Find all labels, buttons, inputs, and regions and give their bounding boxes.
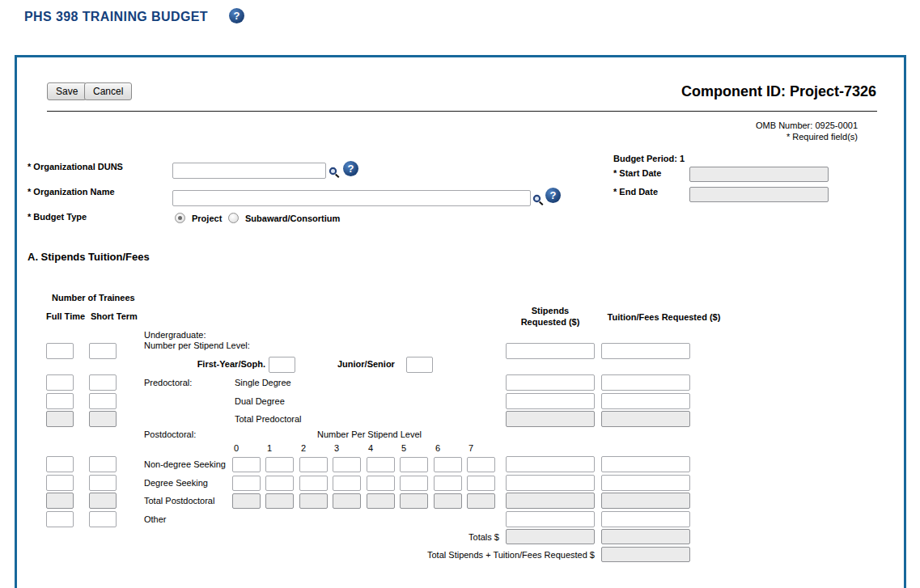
nondegree-level-3-input[interactable] [333,457,361,472]
cancel-button[interactable]: Cancel [84,82,132,100]
end-date-label: * End Date [613,187,658,197]
nondegree-level-4-input[interactable] [367,457,395,472]
total-postdoc-level-4-input [367,493,395,509]
short-term-header: Short Term [91,311,138,321]
degree-level-7-input[interactable] [467,476,495,491]
search-icon[interactable] [329,167,341,179]
degree-level-4-input[interactable] [367,476,395,491]
degree-level-0-input[interactable] [232,476,261,491]
other-tuition-input[interactable] [601,511,690,527]
org-name-input[interactable] [172,190,531,206]
junior-senior-input[interactable] [406,357,433,373]
start-date-input [689,167,829,182]
stipend-level-4: 4 [368,443,373,453]
help-icon[interactable]: ? [545,188,561,203]
stipends-requested-header: Stipends Requested ($) [498,305,603,328]
totals-stipends-input [506,529,595,544]
degree-shortterm-input[interactable] [89,475,117,491]
totals-label: Totals $ [437,532,499,542]
total-predoctoral-label: Total Predoctoral [235,414,302,424]
number-per-stipend-level-header: Number Per Stipend Level [317,429,422,439]
page: PHS 398 TRAINING BUDGET ? Save Cancel Co… [0,0,920,588]
degree-level-2-input[interactable] [299,476,328,491]
budget-type-label: * Budget Type [28,212,87,222]
undergrad-fulltime-input[interactable] [46,343,74,359]
nondegree-level-2-input[interactable] [299,457,328,472]
total-postdoc-level-3-input [333,493,361,509]
budget-type-radio-subaward[interactable] [228,213,239,223]
degree-tuition-input[interactable] [601,475,690,491]
help-icon[interactable]: ? [229,8,244,23]
first-year-label: First-Year/Soph. [170,359,265,369]
postdoctoral-label: Postdoctoral: [144,429,196,439]
budget-type-radio-project[interactable] [175,213,185,223]
duns-label: * Organizational DUNS [28,162,123,171]
component-id: Component ID: Project-7326 [681,83,876,100]
nondegree-level-1-input[interactable] [265,457,294,472]
grand-total-label: Total Stipends + Tuition/Fees Requested … [340,550,595,560]
undergrad-tuition-input[interactable] [601,343,690,359]
budget-period-label: Budget Period: 1 [613,154,685,163]
other-label: Other [144,514,167,524]
omb-number: OMB Number: 0925-0001 [756,120,858,131]
tuition-fees-header: Tuition/Fees Requested ($) [593,311,735,323]
page-title: PHS 398 TRAINING BUDGET [24,10,208,24]
save-button[interactable]: Save [47,82,87,100]
other-shortterm-input[interactable] [89,511,117,527]
stipend-level-3: 3 [334,443,339,453]
dual-degree-fulltime-input[interactable] [46,393,74,409]
degree-level-5-input[interactable] [400,476,428,491]
total-postdoc-level-5-input [400,493,428,509]
total-postdoc-level-2-input [299,493,328,509]
help-icon[interactable]: ? [343,161,358,176]
nondegree-fulltime-input[interactable] [46,456,74,472]
total-postdoc-level-0-input [232,493,261,509]
org-name-label: * Organization Name [28,187,115,197]
undergrad-shortterm-input[interactable] [89,343,117,359]
end-date-input [689,187,829,202]
nondegree-tuition-input[interactable] [601,456,690,472]
degree-level-1-input[interactable] [265,476,294,491]
required-note: * Required field(s) [756,131,858,142]
start-date-label: * Start Date [613,168,661,178]
first-year-input[interactable] [269,357,295,373]
total-postdoc-level-6-input [434,493,462,509]
single-degree-shortterm-input[interactable] [89,374,117,391]
degree-fulltime-input[interactable] [46,475,74,491]
degree-level-3-input[interactable] [333,476,361,491]
total-postdoc-level-1-input [265,493,294,509]
section-a-title: A. Stipends Tuition/Fees [28,251,150,263]
single-degree-stipends-input[interactable] [506,374,595,391]
degree-seeking-label: Degree Seeking [144,478,208,488]
nondegree-level-5-input[interactable] [400,457,428,472]
undergraduate-label: Undergraduate: [144,330,206,340]
predoctoral-label: Predoctoral: [144,378,192,387]
junior-senior-label: Junior/Senior [337,359,395,369]
nondegree-level-7-input[interactable] [467,457,495,472]
total-postdoc-tuition-input [601,493,690,509]
dual-degree-label: Dual Degree [235,396,285,406]
non-degree-seeking-label: Non-degree Seeking [144,459,226,469]
nondegree-stipends-input[interactable] [506,456,595,472]
stipend-level-0: 0 [234,443,239,453]
stipend-level-1: 1 [267,443,272,453]
nondegree-level-0-input[interactable] [232,457,261,472]
search-icon[interactable] [532,194,545,206]
dual-degree-tuition-input[interactable] [601,393,690,409]
dual-degree-stipends-input[interactable] [506,393,595,409]
nondegree-shortterm-input[interactable] [89,456,117,472]
nondegree-level-6-input[interactable] [434,457,462,472]
other-fulltime-input[interactable] [46,511,74,527]
duns-input[interactable] [172,163,326,179]
single-degree-fulltime-input[interactable] [46,374,74,391]
degree-stipends-input[interactable] [506,475,595,491]
single-degree-tuition-input[interactable] [601,374,690,391]
meta-block: OMB Number: 0925-0001 * Required field(s… [756,120,858,142]
total-postdoc-level-7-input [467,493,495,509]
total-predoc-stipends-input [506,411,595,427]
degree-level-6-input[interactable] [434,476,462,491]
total-predoc-shortterm-input [89,411,117,427]
dual-degree-shortterm-input[interactable] [89,393,117,409]
undergrad-stipends-input[interactable] [506,343,595,359]
other-stipends-input[interactable] [506,511,595,527]
